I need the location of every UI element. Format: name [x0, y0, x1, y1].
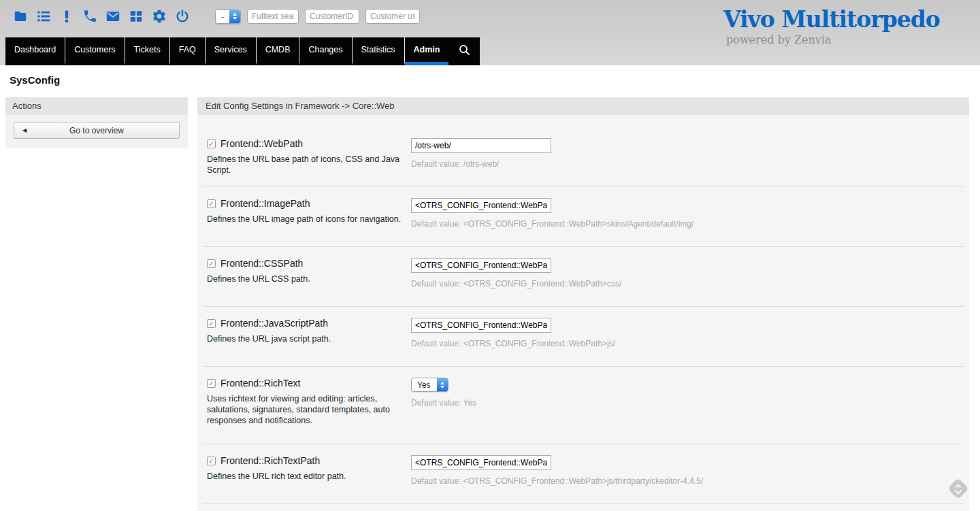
phone-icon[interactable] — [82, 9, 97, 24]
setting-enabled-checkbox[interactable]: ✓ — [207, 259, 216, 268]
sidebar-header: Actions — [5, 97, 188, 115]
customer-user-search-input[interactable] — [365, 9, 420, 24]
nav-tab-dashboard[interactable]: Dashboard — [5, 37, 65, 65]
setting-enabled-checkbox[interactable]: ✓ — [207, 139, 216, 148]
setting-default-value: Default value: <OTRS_CONFIG_Frontend::We… — [411, 279, 960, 289]
nav-tab-services[interactable]: Services — [206, 37, 257, 65]
app-header: - Vivo Multitorpedo powered by Zenvia Da… — [0, 0, 980, 65]
setting-description: Defines the URL base path of icons, CSS … — [207, 154, 402, 176]
setting-name: Frontend::RichTextPath — [220, 455, 320, 466]
queue-select-value: - — [216, 10, 229, 23]
setting-enabled-checkbox[interactable]: ✓ — [207, 199, 216, 208]
exclamation-icon[interactable] — [59, 9, 74, 24]
logo-title: Vivo Multitorpedo — [723, 7, 940, 33]
setting-value-input[interactable] — [411, 455, 551, 470]
setting-enabled-checkbox[interactable]: ✓ — [207, 379, 216, 388]
main-nav: DashboardCustomersTicketsFAQServicesCMDB… — [5, 37, 480, 65]
back-arrow-icon: ◀ — [22, 127, 27, 133]
actions-sidebar: Actions ◀ Go to overview — [5, 97, 188, 148]
list-icon[interactable] — [35, 9, 51, 24]
app-logo: Vivo Multitorpedo powered by Zenvia — [723, 7, 940, 46]
customerid-search-input[interactable] — [305, 9, 359, 24]
nav-search-tab[interactable] — [448, 37, 480, 65]
setting-row: ✓Frontend::WebPathDefines the URL base p… — [197, 115, 969, 186]
setting-value-input[interactable] — [411, 198, 551, 213]
setting-name: Frontend::JavaScriptPath — [220, 318, 328, 329]
setting-description: Defines the URL image path of icons for … — [207, 214, 402, 225]
toolbar: - — [12, 7, 420, 26]
setting-default-value: Default value: <OTRS_CONFIG_Frontend::We… — [411, 476, 960, 486]
page-title: SysConfig — [10, 74, 60, 86]
setting-default-value: Default value: Yes — [411, 398, 960, 408]
select-value: Yes — [412, 378, 437, 391]
fulltext-search-input[interactable] — [247, 9, 299, 24]
nav-tab-changes[interactable]: Changes — [299, 37, 352, 65]
nav-tab-tickets[interactable]: Tickets — [125, 37, 170, 65]
setting-name: Frontend::RichText — [220, 378, 301, 389]
setting-value-input[interactable] — [411, 138, 551, 153]
setting-description: Defines the URL java script path. — [207, 333, 402, 344]
setting-row: ✓Frontend::RichTextPathDefines the URL r… — [197, 444, 969, 504]
nav-tab-admin[interactable]: Admin — [405, 37, 449, 65]
power-icon[interactable] — [174, 9, 190, 24]
setting-value-input[interactable] — [411, 318, 551, 333]
setting-enabled-checkbox[interactable]: ✓ — [207, 457, 216, 465]
gear-icon[interactable] — [151, 9, 167, 24]
nav-tabs: DashboardCustomersTicketsFAQServicesCMDB… — [5, 37, 448, 65]
logo-subtitle: powered by Zenvia — [726, 33, 940, 46]
setting-enabled-checkbox[interactable]: ✓ — [207, 319, 216, 328]
sidebar-body: ◀ Go to overview — [5, 115, 188, 148]
setting-description: Uses richtext for viewing and editing: a… — [207, 393, 402, 426]
select-stepper-icon — [437, 378, 448, 391]
setting-default-value: Default value: <OTRS_CONFIG_Frontend::We… — [411, 339, 960, 348]
setting-name: Frontend::ImagePath — [220, 198, 310, 209]
setting-row: ✓Frontend::RichTextUses richtext for vie… — [197, 367, 969, 444]
toolbar-icons — [12, 9, 197, 24]
setting-value-input[interactable] — [411, 258, 551, 273]
setting-row: ✓Frontend::ImagePathDefines the URL imag… — [197, 187, 969, 246]
setting-description: Defines the URL rich text editor path. — [207, 471, 402, 482]
select-stepper-icon — [229, 10, 240, 23]
setting-default-value: Default value: /otrs-web/ — [411, 159, 960, 169]
envelope-icon[interactable] — [105, 9, 120, 24]
config-panel-header: Edit Config Settings in Framework -> Cor… — [197, 97, 969, 115]
row-separator — [203, 504, 964, 504]
config-panel: Edit Config Settings in Framework -> Cor… — [197, 97, 969, 511]
folder-icon[interactable] — [12, 9, 28, 24]
setting-default-value: Default value: <OTRS_CONFIG_Frontend::We… — [411, 219, 960, 229]
settings-list: ✓Frontend::WebPathDefines the URL base p… — [197, 115, 969, 511]
setting-row: ✓Frontend::CSSPathDefines the URL CSS pa… — [197, 247, 969, 306]
setting-description: Defines the URL CSS path. — [207, 274, 402, 284]
go-to-overview-label: Go to overview — [69, 126, 124, 135]
nav-tab-statistics[interactable]: Statistics — [353, 37, 405, 65]
search-icon — [459, 44, 470, 56]
feedly-extension-icon[interactable] — [946, 476, 970, 501]
nav-tab-cmdb[interactable]: CMDB — [257, 37, 300, 65]
nav-tab-customers[interactable]: Customers — [65, 37, 125, 65]
setting-row: ✓Frontend::JavaScriptPathDefines the URL… — [197, 307, 969, 366]
setting-name: Frontend::CSSPath — [220, 258, 303, 269]
nav-tab-faq[interactable]: FAQ — [170, 37, 206, 65]
setting-name: Frontend::WebPath — [220, 138, 303, 149]
queue-select[interactable]: - — [215, 10, 241, 24]
setting-value-select[interactable]: Yes — [411, 378, 448, 392]
go-to-overview-button[interactable]: ◀ Go to overview — [14, 122, 180, 139]
grid-icon[interactable] — [128, 9, 144, 24]
